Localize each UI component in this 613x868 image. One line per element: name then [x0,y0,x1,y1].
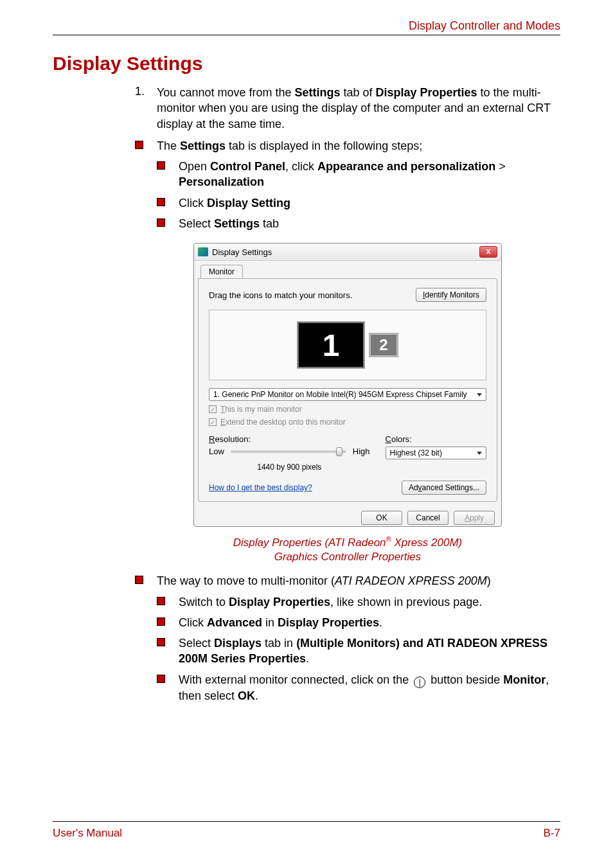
text: The [157,139,180,152]
text: Select [179,217,214,230]
bullet-icon [135,141,143,149]
panel-content: Drag the icons to match your monitors. I… [198,278,497,502]
bullet-text: The way to move to multi-monitor (ATI RA… [157,573,560,589]
sub-open-cp: Open Control Panel, click Appearance and… [157,159,560,190]
advanced-settings-button[interactable]: Advanced Settings... [402,481,486,495]
figure-caption: Display Properties (ATI Radeon® Xpress 2… [135,535,560,564]
page-footer: User's Manual B-7 [53,821,560,840]
monitors-area[interactable]: 1 2 [209,310,486,380]
display-settings-dialog: Display Settings x Monitor Drag the icon… [193,243,502,527]
bullet-text: Click Display Setting [179,195,560,211]
resolution-slider[interactable]: Low High [209,447,370,456]
colors-label: Colors: [386,434,486,444]
window-title: Display Settings [212,247,479,257]
identify-monitors-button[interactable]: Identify Monitors [416,288,486,302]
list-text: You cannot move from the Settings tab of… [157,85,560,132]
page-title: Display Settings [53,53,202,75]
checkbox-icon: ✓ [209,405,217,413]
sub-switch-dp: Switch to Display Properties, like shown… [157,594,560,610]
text: tab is displayed in the following steps; [226,139,422,152]
bullet-icon [157,675,165,683]
text: Open [179,160,210,173]
bullet-icon [157,638,165,646]
top-rule [53,35,560,35]
bullet-text: Switch to Display Properties, like shown… [179,594,560,610]
power-icon: | [414,677,425,688]
slider-track[interactable] [231,450,346,453]
text-bold: Personalization [179,175,264,188]
mnemonic: E [220,418,226,427]
bullet-text: With external monitor connected, click o… [179,672,560,704]
text: , click [285,160,317,173]
sub-select-displays: Select Displays tab in (Multiple Monitor… [157,635,560,667]
resolution-value: 1440 by 900 pixels [209,463,370,472]
monitor-2-icon[interactable]: 2 [369,333,398,357]
res-colors-row: Resolution: Low High 1440 by 900 pixels … [209,434,486,472]
sub-external-monitor: With external monitor connected, click o… [157,672,560,704]
drag-row: Drag the icons to match your monitors. I… [209,288,486,302]
bullet-icon [157,218,165,227]
cancel-button[interactable]: Cancel [407,511,449,525]
help-link[interactable]: How do I get the best display? [209,483,312,492]
check-main-monitor[interactable]: ✓ This is my main monitor [209,405,486,414]
bullet-settings-tab: The Settings tab is displayed in the fol… [135,138,560,154]
monitor-select[interactable]: 1. Generic PnP Monitor on Mobile Intel(R… [209,388,486,401]
header-section: Display Controller and Modes [409,19,560,33]
chevron-down-icon [477,452,482,455]
titlebar: Display Settings x [194,244,501,261]
bullet-icon [157,617,165,626]
ok-button[interactable]: OK [361,511,402,525]
bottom-rule [53,821,560,822]
bullet-icon [157,161,165,170]
bullet-text: Select Settings tab [179,216,560,231]
check-label: xtend the desktop onto this monitor [226,418,346,427]
checkbox-icon: ✓ [209,418,217,426]
text-bold: Display Properties [376,86,477,99]
dialog-footer: OK Cancel Apply [194,506,501,526]
sub-select-settings: Select Settings tab [157,216,560,231]
content-area: 1. You cannot move from the Settings tab… [135,85,560,706]
drag-text: Drag the icons to match your monitors. [209,290,352,300]
text: tab of [340,86,375,99]
monitor-1-icon[interactable]: 1 [298,322,364,368]
window-icon [198,247,208,256]
slider-high-label: High [353,447,370,456]
text-bold: Display Setting [207,197,290,209]
monitor-select-value: 1. Generic PnP Monitor on Mobile Intel(R… [213,390,467,399]
chevron-down-icon [477,393,482,396]
colors-select[interactable]: Highest (32 bit) [386,447,486,459]
text: You cannot move from the [157,86,294,99]
sub-click-display: Click Display Setting [157,195,560,211]
text-italic: ATI RADEON XPRESS 200M [335,574,487,587]
text: > [495,160,506,173]
text: ) [487,574,491,587]
help-adv-row: How do I get the best display? Advanced … [209,481,486,495]
bullet-icon [157,597,165,605]
text-bold: Settings [214,217,260,230]
slider-thumb[interactable] [336,447,342,456]
bullet-multi-monitor: The way to move to multi-monitor (ATI RA… [135,573,560,589]
apply-button[interactable]: Apply [454,511,495,525]
check-label: his is my main monitor [225,405,301,414]
check-extend-desktop[interactable]: ✓ Extend the desktop onto this monitor [209,418,486,427]
bullet-icon [135,576,143,584]
list-number: 1. [135,85,157,132]
bullet-text: Open Control Panel, click Appearance and… [179,159,560,190]
bullet-icon [157,198,165,206]
close-icon[interactable]: x [479,246,497,258]
bullet-text: Select Displays tab in (Multiple Monitor… [179,635,560,667]
resolution-label: Resolution: [209,434,370,444]
footer-right: B-7 [544,827,560,840]
text-bold: Appearance and personalization [317,160,495,173]
text-bold: Control Panel [210,160,285,173]
text: The way to move to multi-monitor ( [157,574,335,587]
tab-monitor[interactable]: Monitor [200,265,243,278]
bullet-text: Click Advanced in Display Properties. [179,615,560,630]
colors-block: Colors: Highest (32 bit) [386,434,486,472]
bullet-text: The Settings tab is displayed in the fol… [157,138,560,154]
text-bold: Settings [180,139,226,152]
slider-low-label: Low [209,447,224,456]
sub-click-advanced: Click Advanced in Display Properties. [157,615,560,630]
text: Click [179,197,207,209]
footer-left: User's Manual [53,827,122,840]
